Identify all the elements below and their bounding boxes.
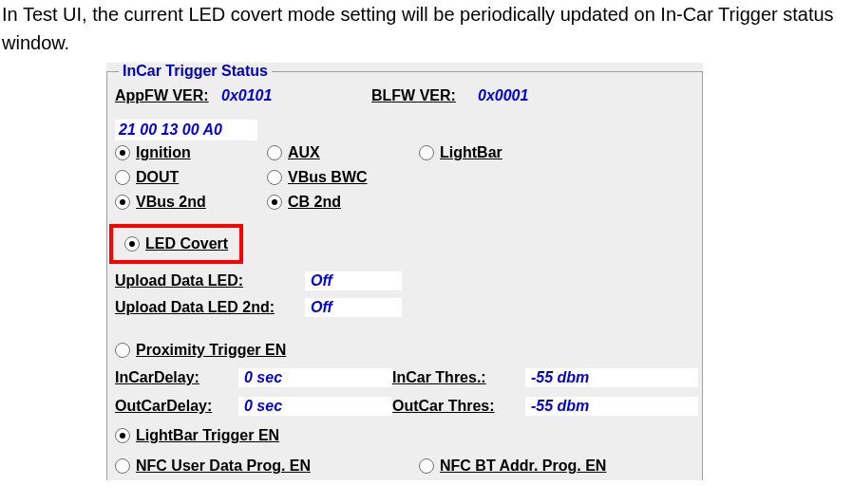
intro-text: In Test UI, the current LED covert mode … — [0, 0, 853, 57]
raw-hex: 21 00 13 00 A0 — [115, 120, 257, 140]
dout-label: DOUT — [136, 169, 179, 186]
outcarthres-label: OutCar Thres: — [392, 398, 525, 415]
incarthres-value: -55 dbm — [525, 368, 698, 387]
radio-icon — [115, 145, 130, 160]
radio-icon — [267, 195, 282, 210]
status-panel: InCar Trigger Status AppFW VER: 0x0101 B… — [106, 63, 703, 480]
upload-led-2nd-label: Upload Data LED 2nd: — [115, 299, 305, 316]
proximity-radio[interactable]: Proximity Trigger EN — [115, 342, 698, 359]
upload-led-2nd-value: Off — [305, 298, 402, 317]
radio-icon — [419, 145, 434, 160]
blfw-value: 0x0001 — [478, 87, 528, 104]
nfc-bt-label: NFC BT Addr. Prog. EN — [440, 457, 606, 475]
incardelay-label: InCarDelay: — [115, 369, 238, 386]
radio-icon — [115, 195, 130, 210]
nfc-user-label: NFC User Data Prog. EN — [136, 457, 311, 475]
vbus2nd-radio[interactable]: VBus 2nd — [115, 194, 267, 211]
incarthres-label: InCar Thres.: — [392, 369, 525, 386]
upload-led-value: Off — [305, 271, 402, 290]
dout-radio[interactable]: DOUT — [115, 169, 267, 186]
vbusbwc-radio[interactable]: VBus BWC — [267, 169, 419, 186]
radio-icon — [124, 236, 140, 252]
radio-icon — [115, 343, 130, 358]
ignition-radio[interactable]: Ignition — [115, 144, 267, 161]
radio-icon — [419, 458, 434, 474]
nfc-user-radio[interactable]: NFC User Data Prog. EN — [115, 457, 419, 475]
lightbar-trig-radio[interactable]: LightBar Trigger EN — [115, 427, 698, 444]
cb2nd-radio[interactable]: CB 2nd — [267, 194, 419, 211]
led-covert-highlight: LED Covert — [109, 224, 243, 264]
radio-icon — [267, 170, 282, 185]
incardelay-value: 0 sec — [238, 368, 392, 387]
appfw-label: AppFW VER: — [115, 87, 221, 104]
appfw-value: 0x0101 — [221, 87, 371, 104]
outcardelay-value: 0 sec — [238, 397, 392, 416]
nfc-bt-radio[interactable]: NFC BT Addr. Prog. EN — [419, 457, 698, 475]
lightbar-trig-label: LightBar Trigger EN — [136, 427, 279, 444]
radio-icon — [267, 145, 282, 160]
aux-label: AUX — [288, 144, 320, 161]
lightbar-label: LightBar — [440, 144, 502, 161]
led-covert-radio[interactable]: LED Covert — [124, 235, 228, 252]
radio-icon — [115, 458, 130, 474]
ignition-label: Ignition — [136, 144, 191, 161]
vbusbwc-label: VBus BWC — [288, 169, 368, 186]
vbus2nd-label: VBus 2nd — [136, 194, 206, 211]
radio-icon — [115, 170, 130, 185]
blfw-label: BLFW VER: — [371, 87, 478, 104]
radio-icon — [115, 428, 130, 443]
led-covert-label: LED Covert — [145, 235, 228, 252]
fieldset-legend: InCar Trigger Status — [119, 63, 272, 80]
outcardelay-label: OutCarDelay: — [115, 398, 238, 415]
proximity-label: Proximity Trigger EN — [136, 342, 286, 359]
outcarthres-value: -55 dbm — [525, 397, 698, 416]
upload-led-label: Upload Data LED: — [115, 272, 305, 289]
lightbar-radio[interactable]: LightBar — [419, 144, 698, 161]
cb2nd-label: CB 2nd — [288, 194, 341, 211]
aux-radio[interactable]: AUX — [267, 144, 419, 161]
